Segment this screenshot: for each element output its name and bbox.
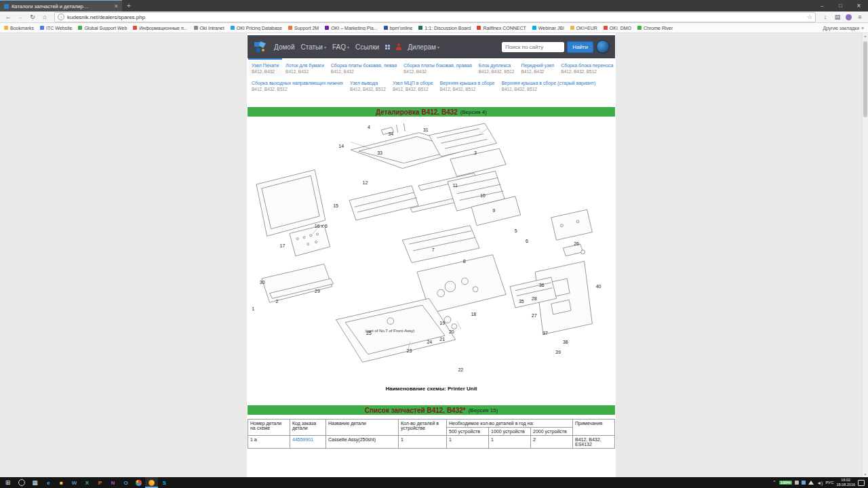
reload-button[interactable]: ↻	[27, 13, 38, 22]
parts-menu-link[interactable]: Сборка блока переноса	[561, 63, 613, 68]
bookmark-item[interactable]: bpm'online	[384, 26, 413, 30]
onedrive-icon[interactable]	[795, 481, 799, 485]
bookmark-item[interactable]: Global Support Web	[78, 26, 127, 30]
nav-item-3[interactable]: Ссылки	[355, 43, 379, 51]
site-search-input[interactable]	[502, 42, 564, 52]
bookmark-item[interactable]: OKI_DMO	[604, 26, 631, 30]
parts-menu-item[interactable]: Узел ПечатиB412, B432	[248, 58, 282, 76]
parts-menu-item[interactable]: Сборка блока переносаB412, B432, B512	[557, 58, 616, 76]
cell-code[interactable]: 44559901	[290, 436, 326, 449]
parts-menu-link[interactable]: Верхняя крышка в сборе	[440, 81, 495, 85]
parts-menu-item[interactable]: Сборка платы боковая, праваяB412, B432	[400, 58, 475, 76]
bookmark-item[interactable]: Bookmarks	[4, 26, 34, 30]
parts-menu-link[interactable]: Сборка выходных направляющих нижних	[252, 81, 343, 85]
page-scrollbar[interactable]: ▲ ▼	[862, 33, 868, 477]
taskbar-app-outlook[interactable]: O	[119, 477, 132, 488]
apps-icon[interactable]	[385, 45, 390, 49]
tray-expand-icon[interactable]: ⌃	[772, 480, 776, 485]
scrollbar-thumb[interactable]	[863, 41, 867, 117]
home-button[interactable]: ⌂	[39, 13, 50, 22]
downloads-icon[interactable]: ↓	[820, 13, 831, 22]
start-button[interactable]: ⊞	[1, 477, 14, 488]
window-maximize-button[interactable]: □	[831, 0, 850, 12]
taskbar: ⊞ ▦ e■WXPNOS ⌃ 100% ◄) РУС 16:02 18.08.2…	[0, 477, 868, 488]
security-shield-icon[interactable]	[802, 481, 806, 485]
bookmark-item[interactable]: Chrome River	[637, 26, 673, 30]
taskbar-app-excel[interactable]: X	[81, 477, 94, 488]
col-part-number: Номер детали на схеме	[248, 420, 290, 436]
taskbar-app-onenote[interactable]: N	[106, 477, 119, 488]
bookmark-item[interactable]: Oki Intranet	[194, 26, 224, 30]
person-icon[interactable]	[396, 43, 401, 50]
window-close-button[interactable]: ×	[850, 0, 868, 12]
taskbar-app-edge[interactable]: e	[42, 477, 55, 488]
back-button[interactable]: ←	[3, 13, 14, 22]
tab-close-icon[interactable]: ×	[115, 3, 118, 9]
taskbar-app-chrome[interactable]	[132, 477, 145, 488]
taskbar-app-word[interactable]: W	[68, 477, 81, 488]
bookmark-label: Webinar JBI	[538, 26, 564, 30]
bookmark-item[interactable]: 1:1: Discussion Board	[418, 26, 471, 30]
volume-icon[interactable]: ◄)	[816, 481, 823, 485]
window-minimize-button[interactable]: –	[813, 0, 831, 12]
parts-menu-link[interactable]: Блок дуплекса	[479, 63, 515, 68]
action-center-icon[interactable]	[858, 480, 865, 486]
site-info-icon[interactable]: i	[58, 14, 64, 20]
parts-menu-link[interactable]: Верхняя крышка в сборе (старый вариант)	[501, 81, 595, 85]
taskbar-app-powerpoint[interactable]: P	[94, 477, 106, 488]
other-bookmarks[interactable]: Другие закладки »	[823, 26, 864, 30]
scroll-up-icon[interactable]: ▲	[863, 33, 868, 39]
site-emblem-icon[interactable]	[596, 40, 610, 54]
parts-menu-item[interactable]: Верхняя крышка в сборе (старый вариант)B…	[498, 76, 599, 94]
bookmark-label: Bookmarks	[10, 26, 34, 30]
browser-tab[interactable]: Каталоги запчастей и деталир… ×	[0, 0, 122, 12]
parts-menu-item[interactable]: Лоток для бумагиB412, B432	[282, 58, 328, 76]
parts-menu-link[interactable]: Лоток для бумаги	[285, 63, 324, 68]
nav-item-0[interactable]: Домой	[274, 43, 294, 51]
parts-menu-link[interactable]: Узел вывода	[350, 81, 386, 85]
bookmark-item[interactable]: ITC Website	[40, 26, 72, 30]
parts-menu-link[interactable]: Сборка платы боковая, левая	[331, 63, 397, 68]
parts-menu-link[interactable]: Узел МЦП в сборе	[393, 81, 433, 85]
library-icon[interactable]: ▤	[832, 13, 843, 22]
parts-menu-sub: B412, B432	[285, 69, 324, 74]
bookmark-item[interactable]: Webinar JBI	[532, 26, 564, 30]
language-indicator[interactable]: РУС	[825, 481, 833, 485]
parts-menu-item[interactable]: Сборка платы боковая, леваяB412, B432	[328, 58, 400, 76]
parts-menu-item[interactable]: Верхняя крышка в сбореB412, B432, B512	[437, 76, 498, 94]
parts-menu-item[interactable]: Узел МЦП в сбореB412, B432, B512	[389, 76, 437, 94]
nav-item-2[interactable]: FAQ▾	[332, 43, 349, 51]
site-search-button[interactable]: Найти	[567, 41, 593, 53]
parts-menu-item[interactable]: Передний узелB412, B432	[517, 58, 557, 76]
parts-menu-item[interactable]: Узел выводаB412, B432, B512	[347, 76, 389, 94]
taskbar-app-skype[interactable]: S	[158, 477, 171, 488]
address-bar[interactable]: i kudesnik.net/dealers/spares.php ☆	[54, 12, 816, 22]
task-view-button[interactable]: ▦	[28, 477, 41, 488]
bookmark-item[interactable]: OKI Pricing Database	[231, 26, 282, 30]
nav-item-6[interactable]: Дилерам▾	[408, 43, 439, 51]
parts-menu-link[interactable]: Узел Печати	[252, 63, 279, 68]
parts-menu-link[interactable]: Передний узел	[521, 63, 554, 68]
parts-menu-link[interactable]: Сборка платы боковая, правая	[403, 63, 472, 68]
account-icon[interactable]	[846, 14, 852, 20]
bookmark-item[interactable]: Railfinex CONNECT	[477, 26, 526, 30]
bookmark-star-icon[interactable]: ☆	[807, 14, 812, 20]
nav-item-1[interactable]: Статьи▾	[300, 43, 326, 51]
parts-menu-item[interactable]: Блок дуплексаB412, B432, B512	[475, 58, 518, 76]
bookmark-item[interactable]: OKI+EUR	[570, 26, 597, 30]
cortana-search-button[interactable]	[15, 477, 28, 488]
taskbar-app-firefox[interactable]	[145, 477, 158, 488]
bookmark-item[interactable]: Информационные п...	[133, 26, 187, 30]
forward-button[interactable]: →	[15, 13, 26, 22]
menu-icon[interactable]: ≡	[854, 13, 865, 22]
bookmark-item[interactable]: Support 2M	[288, 26, 319, 30]
bookmark-item[interactable]: OKI – Marketing Pla...	[325, 26, 377, 30]
scroll-down-icon[interactable]: ▼	[863, 472, 868, 477]
network-icon[interactable]	[808, 481, 814, 485]
taskbar-app-file-explorer[interactable]: ■	[55, 477, 68, 488]
battery-indicator[interactable]: 100%	[779, 481, 792, 485]
parts-menu-item[interactable]: Сборка выходных направляющих нижнихB412,…	[248, 76, 347, 94]
taskbar-clock[interactable]: 16:02 18.08.2016	[836, 478, 855, 487]
browser-toolbar: ← → ↻ ⌂ i kudesnik.net/dealers/spares.ph…	[0, 12, 868, 23]
new-tab-button[interactable]: +	[122, 0, 136, 12]
